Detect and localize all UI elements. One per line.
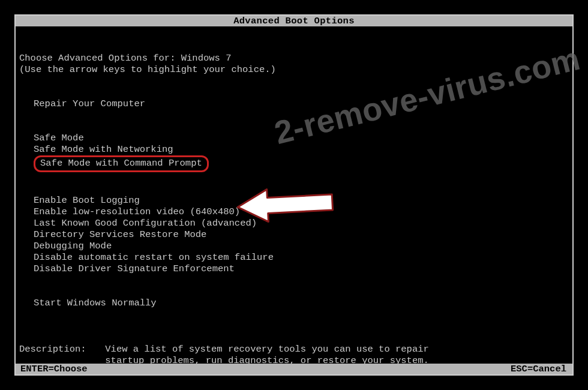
safe-mode-section: Safe Mode Safe Mode with Networking Safe… [16,133,572,172]
description-line-1: View a list of system recovery tools you… [105,344,429,355]
footer-esc-hint: ESC=Cancel [511,364,566,374]
description-label: Description: [19,344,100,355]
option-low-res-video[interactable]: Enable low-resolution video (640x480) [34,206,572,218]
option-repair-computer[interactable]: Repair Your Computer [34,98,572,110]
content-area: 2-remove-virus.com Choose Advanced Optio… [16,53,572,367]
footer-enter-hint: ENTER=Choose [20,364,88,374]
option-debugging-mode[interactable]: Debugging Mode [34,241,572,252]
title-bar: Advanced Boot Options [16,16,572,26]
footer-bar: ENTER=Choose ESC=Cancel [16,364,572,374]
advanced-options-section: Enable Boot Logging Enable low-resolutio… [16,195,572,275]
option-safe-mode-networking[interactable]: Safe Mode with Networking [34,144,572,155]
intro-block: Choose Advanced Options for: Windows 7 (… [16,53,572,76]
intro-line-1: Choose Advanced Options for: Windows 7 [19,53,572,64]
option-start-windows-normally[interactable]: Start Windows Normally [34,298,572,309]
option-directory-services-restore[interactable]: Directory Services Restore Mode [34,229,572,241]
option-safe-mode-cmd-row: Safe Mode with Command Prompt [34,155,572,172]
window-title: Advanced Boot Options [233,16,355,26]
intro-line-2: (Use the arrow keys to highlight your ch… [19,64,572,76]
option-safe-mode[interactable]: Safe Mode [34,133,572,144]
repair-section: Repair Your Computer [16,98,572,110]
option-disable-auto-restart[interactable]: Disable automatic restart on system fail… [34,252,572,263]
option-enable-boot-logging[interactable]: Enable Boot Logging [34,195,572,206]
intro-prefix: Choose Advanced Options for: [19,53,181,64]
option-last-known-good[interactable]: Last Known Good Configuration (advanced) [34,218,572,229]
start-normally-section: Start Windows Normally [16,298,572,309]
option-safe-mode-command-prompt[interactable]: Safe Mode with Command Prompt [34,155,209,172]
boot-options-window: Advanced Boot Options 2-remove-virus.com… [14,14,574,376]
option-disable-driver-sig[interactable]: Disable Driver Signature Enforcement [34,263,572,275]
intro-os: Windows 7 [181,53,232,64]
